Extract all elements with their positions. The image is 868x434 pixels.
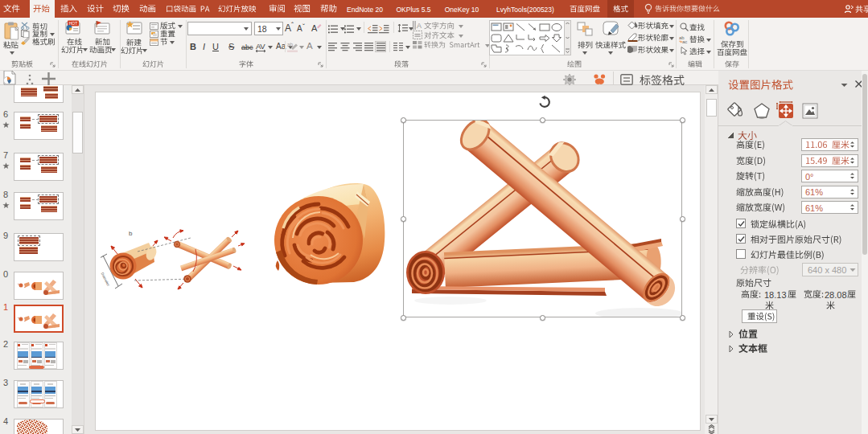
svg-text:Diameter: Diameter xyxy=(101,272,111,287)
svg-text:ac: ac xyxy=(682,39,687,43)
svg-text:ab: ab xyxy=(287,42,294,47)
svg-text:A: A xyxy=(417,22,422,30)
svg-text:A: A xyxy=(311,23,318,33)
svg-text:b: b xyxy=(129,230,133,237)
svg-text:HOT: HOT xyxy=(69,21,78,26)
